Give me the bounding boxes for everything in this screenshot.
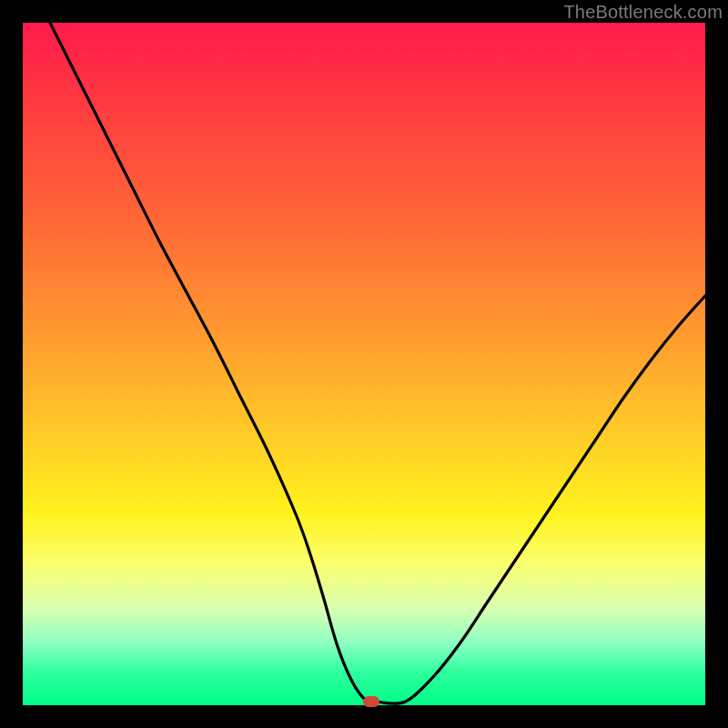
chart-frame: TheBottleneck.com bbox=[0, 0, 728, 728]
bottleneck-curve bbox=[23, 23, 705, 705]
plot-area bbox=[23, 23, 705, 705]
bottleneck-marker bbox=[363, 696, 379, 707]
watermark-text: TheBottleneck.com bbox=[563, 2, 723, 23]
curve-path bbox=[50, 23, 705, 703]
